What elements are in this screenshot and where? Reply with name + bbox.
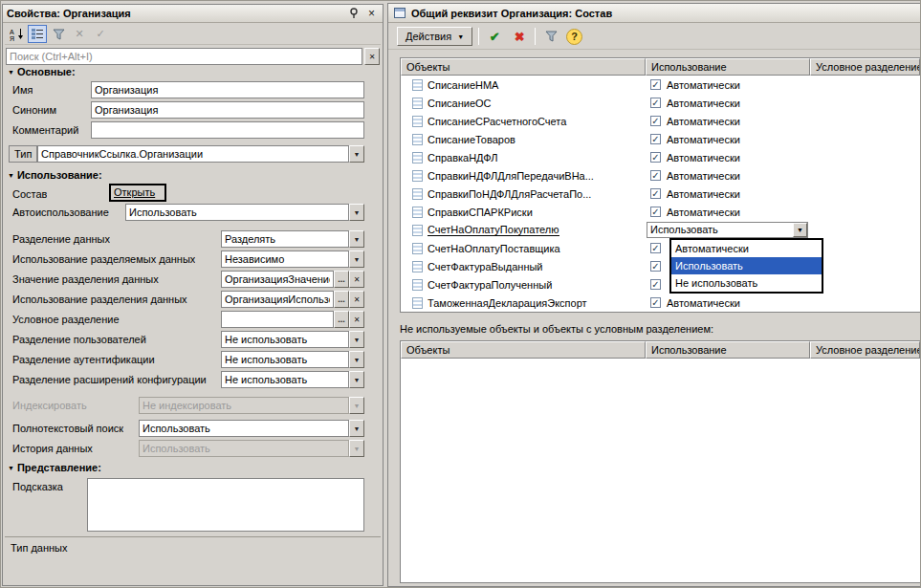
separation-use-field[interactable] bbox=[221, 291, 334, 308]
usage-checkbox[interactable] bbox=[650, 188, 661, 199]
usage-checkbox[interactable] bbox=[650, 134, 661, 144]
tooltip-field[interactable] bbox=[87, 478, 364, 532]
dropdown-icon[interactable]: ▼ bbox=[349, 371, 364, 388]
separation-value-field[interactable] bbox=[221, 271, 334, 288]
usage-checkbox[interactable] bbox=[650, 79, 661, 90]
table-row[interactable]: СправкиНДФЛДляПередачиВНа... Автоматичес… bbox=[401, 166, 920, 185]
usage-checkbox[interactable] bbox=[650, 279, 661, 290]
section-header-presentation[interactable]: ▼ Представление: bbox=[8, 462, 101, 473]
column-header-usage[interactable]: Использование bbox=[646, 58, 810, 76]
comment-field[interactable] bbox=[91, 121, 364, 139]
usage-combo[interactable]: Использовать ▼ bbox=[647, 222, 808, 238]
filter-icon[interactable] bbox=[49, 25, 68, 43]
confirm-icon[interactable]: ✔ bbox=[485, 27, 504, 46]
table-row[interactable]: СправкиСПАРКРиски Автоматически bbox=[401, 203, 920, 221]
usage-text: Автоматически bbox=[667, 170, 740, 182]
name-field[interactable] bbox=[91, 81, 364, 98]
table-row[interactable]: СписаниеОС Автоматически bbox=[401, 94, 920, 112]
user-separation-combo[interactable] bbox=[221, 331, 349, 348]
section-header-usage[interactable]: ▼ Использование: bbox=[8, 169, 102, 181]
annotation-box: Открыть bbox=[109, 184, 166, 202]
usage-text: Автоматически bbox=[667, 79, 740, 91]
property-row-auth-separation: Разделение аутентификации ▼ bbox=[12, 351, 375, 370]
property-row-indexing: Индексировать ▼ bbox=[12, 397, 375, 416]
fulltext-combo[interactable] bbox=[139, 420, 349, 437]
property-row-auto-use: Автоиспользование ▼ bbox=[12, 204, 375, 223]
usage-checkbox[interactable] bbox=[650, 243, 661, 253]
ellipsis-icon[interactable]: ... bbox=[334, 271, 349, 288]
clear-search-icon[interactable]: ✕ bbox=[364, 48, 380, 65]
dropdown-icon[interactable]: ▼ bbox=[793, 223, 807, 237]
configurator-window: Свойства: Организация × А Я bbox=[0, 0, 921, 588]
dropdown-option[interactable]: Не использовать bbox=[671, 274, 822, 292]
usage-checkbox[interactable] bbox=[650, 207, 661, 217]
pin-icon[interactable] bbox=[346, 7, 361, 20]
ellipsis-icon[interactable]: ... bbox=[334, 291, 349, 308]
usage-checkbox[interactable] bbox=[650, 152, 661, 163]
object-name: СправкиПоНДФЛДляРасчетаПо... bbox=[428, 188, 591, 200]
sort-alphabet-icon[interactable]: А Я bbox=[7, 25, 26, 43]
shared-data-use-combo[interactable] bbox=[221, 250, 349, 268]
column-header-usage[interactable]: Использование bbox=[646, 341, 810, 359]
dropdown-option-selected[interactable]: Использовать bbox=[671, 257, 822, 274]
table-row[interactable]: СправкаНДФЛ Автоматически bbox=[401, 148, 920, 166]
table-row[interactable]: СписаниеНМА Автоматически bbox=[401, 76, 920, 94]
usage-checkbox[interactable] bbox=[650, 297, 661, 308]
table-row[interactable]: СписаниеТоваров Автоматически bbox=[401, 130, 920, 148]
dropdown-icon: ▼ bbox=[349, 440, 364, 457]
composition-title-bar[interactable]: Общий реквизит Организация: Состав bbox=[388, 4, 920, 23]
table-row[interactable]: СчетФактураПолученный bbox=[401, 275, 920, 294]
dropdown-icon[interactable]: ▼ bbox=[349, 230, 364, 248]
properties-title-bar[interactable]: Свойства: Организация × bbox=[3, 5, 383, 23]
object-icon bbox=[412, 279, 423, 291]
usage-checkbox[interactable] bbox=[650, 170, 661, 181]
usage-text: Автоматически bbox=[667, 297, 740, 309]
type-field[interactable] bbox=[37, 145, 349, 163]
ext-separation-combo[interactable] bbox=[221, 371, 349, 388]
auth-separation-combo[interactable] bbox=[221, 351, 349, 368]
clear-icon[interactable]: ✕ bbox=[349, 311, 364, 328]
table-row[interactable]: ТаможеннаяДекларацияЭкспорт Автоматическ… bbox=[401, 294, 920, 312]
column-header-conditional[interactable]: Условное разделение bbox=[810, 58, 920, 76]
dropdown-option[interactable]: Автоматически bbox=[671, 240, 822, 257]
table-row[interactable]: СчетНаОплатуПоставщика bbox=[401, 239, 920, 257]
auto-use-combo[interactable] bbox=[125, 204, 349, 221]
categories-view-icon[interactable] bbox=[28, 25, 47, 43]
delete-value-icon[interactable]: ✕ bbox=[70, 25, 89, 43]
usage-text: Автоматически bbox=[667, 98, 740, 109]
usage-text: Автоматически bbox=[667, 152, 740, 163]
open-composition-link[interactable]: Открыть bbox=[114, 186, 155, 198]
actions-button[interactable]: Действия ▼ bbox=[397, 27, 472, 46]
help-icon[interactable]: ? bbox=[566, 29, 582, 45]
column-header-objects[interactable]: Объекты bbox=[401, 341, 646, 359]
data-separation-combo[interactable] bbox=[221, 230, 349, 248]
table-row[interactable]: СписаниеСРасчетногоСчета Автоматически bbox=[401, 112, 920, 130]
table-row-selected[interactable]: СчетНаОплатуПокупателю Использовать ▼ bbox=[401, 221, 920, 239]
conditional-separation-field[interactable] bbox=[221, 311, 334, 328]
close-icon[interactable]: × bbox=[364, 7, 379, 20]
dropdown-icon[interactable]: ▼ bbox=[349, 250, 364, 268]
dropdown-icon[interactable]: ▼ bbox=[349, 351, 364, 368]
column-header-objects[interactable]: Объекты bbox=[401, 58, 646, 76]
dropdown-icon[interactable]: ▼ bbox=[349, 145, 364, 163]
usage-checkbox[interactable] bbox=[650, 261, 661, 272]
section-header-main[interactable]: ▼ Основные: bbox=[8, 66, 76, 77]
dropdown-icon[interactable]: ▼ bbox=[349, 420, 364, 437]
dropdown-icon[interactable]: ▼ bbox=[349, 331, 364, 348]
usage-checkbox[interactable] bbox=[650, 116, 661, 126]
object-icon bbox=[412, 79, 423, 91]
ellipsis-icon[interactable]: ... bbox=[334, 311, 349, 328]
cancel-icon[interactable]: ✖ bbox=[510, 27, 529, 46]
table-row[interactable]: СправкиПоНДФЛДляРасчетаПо... Автоматичес… bbox=[401, 185, 920, 203]
clear-icon[interactable]: ✕ bbox=[349, 291, 364, 308]
usage-checkbox[interactable] bbox=[650, 98, 661, 108]
clear-icon[interactable]: ✕ bbox=[349, 271, 364, 288]
synonym-field[interactable] bbox=[91, 101, 364, 119]
apply-icon[interactable]: ✓ bbox=[91, 25, 110, 43]
table-row[interactable]: СчетФактураВыданный bbox=[401, 257, 920, 275]
column-header-conditional[interactable]: Условное разделение bbox=[810, 341, 920, 359]
filter-icon[interactable] bbox=[541, 27, 560, 46]
dropdown-icon[interactable]: ▼ bbox=[349, 204, 364, 221]
dropdown-icon: ▼ bbox=[349, 397, 364, 414]
search-input[interactable] bbox=[6, 48, 362, 65]
